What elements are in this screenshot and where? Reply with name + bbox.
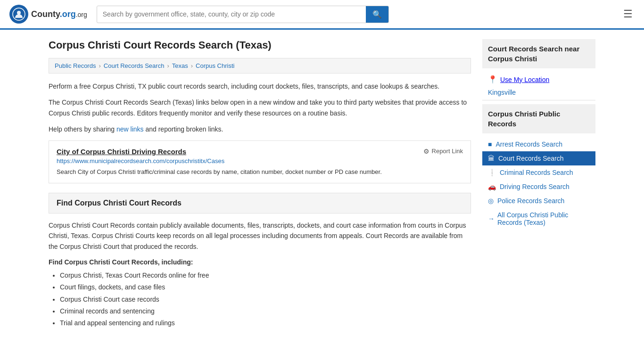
header-right: ☰ (621, 6, 635, 22)
record-url[interactable]: https://www.municipalrecordsearch.com/co… (57, 157, 463, 165)
police-icon: ◎ (488, 197, 494, 205)
breadcrumb-sep-2: › (167, 62, 169, 69)
breadcrumb-corpus-christi[interactable]: Corpus Christi (196, 62, 234, 69)
record-card-title: City of Corpus Christi Driving Records (57, 148, 186, 156)
sidebar-divider (482, 100, 595, 100)
find-section-header: Find Corpus Christi Court Records (49, 193, 471, 214)
logo-icon (9, 5, 28, 24)
svg-point-1 (17, 11, 21, 15)
logo-text: County.org.org (31, 9, 87, 19)
record-card-header: City of Corpus Christi Driving Records ⚙… (57, 148, 463, 156)
all-records-link[interactable]: → All Corpus Christi Public Records (Tex… (482, 208, 595, 230)
new-links-link[interactable]: new links (116, 125, 144, 133)
search-button[interactable]: 🔍 (366, 6, 388, 23)
report-link[interactable]: ⚙ Report Link (423, 148, 463, 155)
description-para2: The Corpus Christi Court Records Search … (49, 97, 471, 118)
site-header: County.org.org 🔍 ☰ (0, 0, 644, 30)
content-area: Corpus Christi Court Records Search (Tex… (49, 39, 471, 329)
find-section-list-heading: Find Corpus Christi Court Records, inclu… (49, 258, 471, 266)
description-para1: Perform a free Corpus Christi, TX public… (49, 81, 471, 91)
breadcrumb-court-records[interactable]: Court Records Search (104, 62, 165, 69)
arrow-icon: → (488, 215, 495, 222)
menu-icon[interactable]: ☰ (621, 6, 635, 22)
list-item: Court filings, dockets, and case files (60, 281, 471, 293)
sidebar-item-arrest-records[interactable]: ■ Arrest Records Search (482, 137, 595, 151)
sidebar-item-arrest-label: Arrest Records Search (495, 140, 562, 148)
sidebar-item-police-label: Police Records Search (497, 197, 564, 205)
find-section-title: Find Corpus Christi Court Records (57, 199, 463, 207)
breadcrumb-texas[interactable]: Texas (172, 62, 188, 69)
breadcrumb: Public Records › Court Records Search › … (49, 58, 471, 74)
list-item: Corpus Christi, Texas Court Records onli… (60, 270, 471, 281)
sidebar-item-criminal-label: Criminal Records Search (500, 169, 573, 176)
record-title-link[interactable]: City of Corpus Christi Driving Records (57, 148, 186, 156)
main-container: Corpus Christi Court Records Search (Tex… (39, 30, 605, 338)
court-icon: 🏛 (488, 155, 495, 162)
find-section-list: Corpus Christi, Texas Court Records onli… (49, 270, 471, 329)
sidebar-item-court-records[interactable]: 🏛 Court Records Search (482, 151, 595, 165)
sidebar-nearby-title: Court Records Search near Corpus Christi (488, 45, 579, 63)
page-title: Corpus Christi Court Records Search (Tex… (49, 39, 471, 51)
report-label: Report Link (432, 148, 463, 155)
use-my-location-link[interactable]: Use My Location (500, 76, 549, 83)
record-card: City of Corpus Christi Driving Records ⚙… (49, 140, 471, 184)
sidebar-nearby-header: Court Records Search near Corpus Christi (482, 39, 595, 68)
sidebar-public-records-title: Corpus Christi Public Records (488, 110, 560, 128)
sidebar-item-driving-label: Driving Records Search (500, 183, 570, 190)
list-item: Trial and appeal sentencing and rulings (60, 317, 471, 329)
sidebar-public-records-header: Corpus Christi Public Records (482, 104, 595, 133)
report-icon: ⚙ (423, 148, 429, 155)
sidebar-item-criminal-records[interactable]: ❕ Criminal Records Search (482, 165, 595, 180)
arrest-icon: ■ (488, 140, 492, 148)
sidebar-item-court-label: Court Records Search (498, 155, 564, 162)
sidebar: Court Records Search near Corpus Christi… (482, 39, 595, 329)
description-para3: Help others by sharing new links and rep… (49, 124, 471, 134)
find-section-body: Corpus Christi Court Records contain pub… (49, 220, 471, 252)
nearby-kingsville-link[interactable]: Kingsville (482, 87, 595, 98)
search-input[interactable] (97, 7, 366, 22)
all-records-label: All Corpus Christi Public Records (Texas… (497, 211, 590, 226)
search-bar: 🔍 (97, 6, 389, 23)
criminal-icon: ❕ (488, 169, 496, 176)
record-description: Search City of Corpus Christi traffic/cr… (57, 167, 463, 177)
list-item: Criminal records and sentencing (60, 305, 471, 317)
location-pin-icon: 📍 (488, 75, 497, 84)
breadcrumb-public-records[interactable]: Public Records (55, 62, 96, 69)
car-icon: 🚗 (488, 183, 496, 190)
breadcrumb-sep-1: › (99, 62, 100, 69)
sidebar-item-police-records[interactable]: ◎ Police Records Search (482, 194, 595, 208)
sidebar-use-location[interactable]: 📍 Use My Location (482, 72, 595, 87)
breadcrumb-sep-3: › (191, 62, 193, 69)
site-logo[interactable]: County.org.org (9, 5, 87, 24)
list-item: Corpus Christi Court case records (60, 294, 471, 305)
sidebar-item-driving-records[interactable]: 🚗 Driving Records Search (482, 180, 595, 194)
